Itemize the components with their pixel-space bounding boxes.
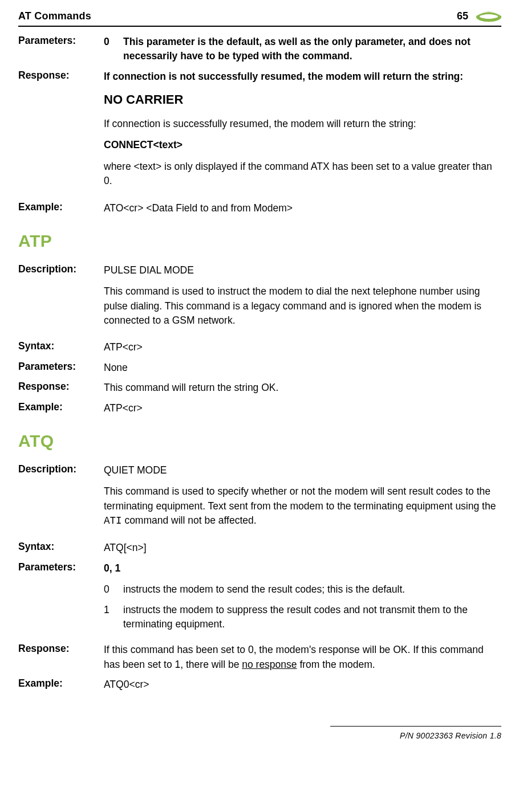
no-carrier: NO CARRIER: [104, 91, 501, 109]
header-row: AT Commands 65: [18, 10, 501, 22]
page: AT Commands 65 Parameters: 0 This parame…: [0, 0, 523, 756]
atp-parameters-row: Parameters: None: [18, 361, 501, 375]
label-parameters: Parameters:: [18, 561, 104, 638]
atp-syntax-row: Syntax: ATP<cr>: [18, 340, 501, 354]
footer-text: P/N 90023363 Revision 1.8: [18, 731, 501, 740]
label-response: Response:: [18, 643, 104, 672]
ato-example-value: ATO<cr> <Data Field to and from Modem>: [104, 201, 501, 215]
atq-example-row: Example: ATQ0<cr>: [18, 678, 501, 692]
svg-point-2: [480, 14, 498, 18]
ato-parameters-row: Parameters: 0 This parameter is the defa…: [18, 35, 501, 64]
atp-example-row: Example: ATP<cr>: [18, 401, 501, 415]
atq-description-body: This command is used to specify whether …: [104, 484, 501, 528]
atp-description-body: This command is used to instruct the mod…: [104, 284, 501, 328]
ato-response-intro: If connection is not successfully resume…: [104, 70, 501, 84]
label-syntax: Syntax:: [18, 541, 104, 555]
ato-response-value: If connection is not successfully resume…: [104, 70, 501, 195]
atp-response-row: Response: This command will return the s…: [18, 381, 501, 395]
atq-desc-mono: ATI: [104, 515, 122, 527]
atq-parameters-header: 0, 1: [104, 561, 501, 576]
atq-description-value: QUIET MODE This command is used to speci…: [104, 463, 501, 536]
atp-parameters-value: None: [104, 361, 501, 375]
atp-description-row: Description: PULSE DIAL MODE This comman…: [18, 263, 501, 335]
atq-response-part2: from the modem.: [297, 659, 375, 670]
label-example: Example:: [18, 678, 104, 692]
page-number: 65: [457, 10, 468, 22]
atp-example-value: ATP<cr>: [104, 401, 501, 415]
ato-where-text: where <text> is only displayed if the co…: [104, 160, 501, 189]
label-parameters: Parameters:: [18, 35, 104, 64]
ato-parameters-value: 0 This parameter is the default, as well…: [104, 35, 501, 64]
ato-response-row: Response: If connection is not successfu…: [18, 70, 501, 195]
label-response: Response:: [18, 70, 104, 195]
atq-param1-num: 1: [104, 603, 113, 632]
label-example: Example:: [18, 401, 104, 415]
header-left: AT Commands: [18, 10, 91, 22]
atq-syntax-row: Syntax: ATQ[<n>]: [18, 541, 501, 555]
connect-text: CONNECT<text>: [104, 138, 501, 152]
label-syntax: Syntax:: [18, 340, 104, 354]
atq-desc-part2: command will not be affected.: [122, 515, 257, 526]
ato-param-text: This parameter is the default, as well a…: [123, 35, 501, 64]
atp-title: ATP: [18, 231, 501, 251]
atq-param0-num: 0: [104, 582, 113, 597]
label-example: Example:: [18, 201, 104, 215]
ato-response-success: If connection is successfully resumed, t…: [104, 117, 501, 131]
atq-parameters-value: 0, 1 0 instructs the modem to send the r…: [104, 561, 501, 638]
swoosh-icon: [476, 11, 501, 22]
label-response: Response:: [18, 381, 104, 395]
atq-syntax-value: ATQ[<n>]: [104, 541, 501, 555]
atq-title: ATQ: [18, 431, 501, 451]
ato-param-num: 0: [104, 35, 113, 64]
atp-syntax-value: ATP<cr>: [104, 340, 501, 354]
atq-response-underline: no response: [242, 659, 297, 670]
label-description: Description:: [18, 263, 104, 335]
atq-description-row: Description: QUIET MODE This command is …: [18, 463, 501, 536]
footer-rule: [330, 726, 501, 727]
atq-description-title: QUIET MODE: [104, 463, 501, 478]
atq-param0-text: instructs the modem to send the result c…: [123, 582, 405, 597]
label-parameters: Parameters:: [18, 361, 104, 375]
label-description: Description:: [18, 463, 104, 536]
atq-response-row: Response: If this command has been set t…: [18, 643, 501, 672]
atp-description-value: PULSE DIAL MODE This command is used to …: [104, 263, 501, 335]
ato-example-row: Example: ATO<cr> <Data Field to and from…: [18, 201, 501, 215]
atq-desc-part1: This command is used to specify whether …: [104, 485, 496, 511]
atp-response-value: This command will return the string OK.: [104, 381, 501, 395]
atq-example-value: ATQ0<cr>: [104, 678, 501, 692]
header-rule: [18, 26, 501, 27]
header-right: 65: [457, 10, 501, 22]
atq-response-value: If this command has been set to 0, the m…: [104, 643, 501, 672]
atq-parameters-row: Parameters: 0, 1 0 instructs the modem t…: [18, 561, 501, 638]
atq-param1-text: instructs the modem to suppress the resu…: [123, 603, 501, 632]
footer: P/N 90023363 Revision 1.8: [18, 726, 501, 740]
atp-description-title: PULSE DIAL MODE: [104, 263, 501, 278]
